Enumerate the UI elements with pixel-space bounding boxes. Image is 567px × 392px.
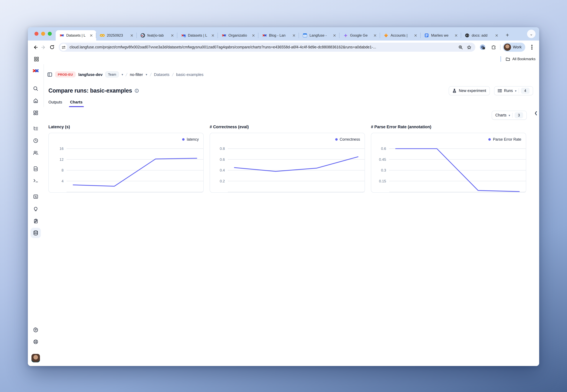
parse-error-plot: 0.150.30.450.6 bbox=[371, 133, 526, 192]
legend-label: latency bbox=[187, 137, 199, 141]
tab-close-icon[interactable]: ✕ bbox=[291, 33, 297, 38]
minimize-window-button[interactable] bbox=[41, 32, 45, 36]
apps-grid-icon[interactable] bbox=[32, 55, 41, 63]
all-bookmarks-button[interactable]: All Bookmarks bbox=[501, 56, 536, 62]
site-settings-icon[interactable] bbox=[60, 43, 67, 51]
tab-close-icon[interactable]: ✕ bbox=[413, 33, 418, 38]
charts-count-badge: 3 bbox=[515, 112, 523, 118]
search-icon[interactable] bbox=[33, 86, 38, 91]
tab-strip: Datasets | L ✕ 20250923 ✕ feat(io-tab ✕ … bbox=[28, 27, 539, 41]
user-avatar[interactable] bbox=[31, 354, 40, 362]
bookmarks-bar: All Bookmarks bbox=[28, 54, 539, 64]
tab-close-icon[interactable]: ✕ bbox=[332, 33, 337, 38]
accounts-icon bbox=[384, 33, 388, 38]
tab-close-icon[interactable]: ✕ bbox=[251, 33, 256, 38]
correctness-legend: Correctness bbox=[335, 137, 360, 141]
support-lifebuoy-icon[interactable] bbox=[33, 339, 38, 344]
tab-close-icon[interactable]: ✕ bbox=[89, 33, 94, 38]
tab-title: Google Ge bbox=[350, 33, 370, 38]
new-tab-button[interactable]: + bbox=[503, 31, 511, 39]
tab-title: Marlies we bbox=[431, 33, 452, 38]
toolbar-divider bbox=[500, 44, 500, 50]
profile-name: Work bbox=[513, 45, 522, 49]
back-button[interactable] bbox=[31, 43, 39, 51]
runs-label: Runs bbox=[504, 89, 513, 93]
svg-text:0.4: 0.4 bbox=[220, 168, 225, 172]
tab-outputs[interactable]: Outputs bbox=[48, 100, 62, 107]
project-chevron-icon[interactable]: ▾ bbox=[146, 73, 147, 76]
browser-tab[interactable]: 6 Langfuse - ✕ bbox=[299, 30, 340, 41]
charts-selector-button[interactable]: Charts ▾ 3 bbox=[492, 111, 527, 120]
breadcrumb-dataset-name[interactable]: basic-examples bbox=[176, 72, 203, 77]
browser-tab[interactable]: Organizatio ✕ bbox=[218, 30, 258, 41]
extensions-puzzle-icon[interactable] bbox=[489, 43, 498, 51]
collapse-panel-chevron-icon[interactable]: ❮ bbox=[534, 111, 538, 115]
datasets-database-icon[interactable] bbox=[30, 228, 41, 238]
zoom-icon[interactable] bbox=[457, 44, 464, 51]
tab-search-chevron-icon[interactable]: ⌄ bbox=[527, 30, 536, 38]
sessions-clock-icon[interactable] bbox=[33, 138, 38, 143]
org-chevron-icon[interactable]: ▾ bbox=[122, 73, 123, 76]
close-window-button[interactable] bbox=[34, 32, 38, 36]
browser-tab[interactable]: Marlies we ✕ bbox=[421, 30, 461, 41]
dashboard-icon[interactable] bbox=[33, 110, 38, 115]
profile-chip[interactable]: Work bbox=[503, 43, 525, 52]
gcal-icon: 6 bbox=[303, 33, 307, 38]
project-name[interactable]: no-filter bbox=[130, 72, 143, 77]
browser-tab[interactable]: Google Ge ✕ bbox=[340, 30, 380, 41]
tab-title: Langfuse - bbox=[310, 33, 330, 38]
langfuse-logo[interactable] bbox=[32, 69, 39, 74]
legend-label: Parse Error Rate bbox=[493, 137, 521, 141]
browser-tab[interactable]: feat(io-tab ✕ bbox=[137, 30, 177, 41]
org-plan-badge: Team bbox=[105, 71, 119, 77]
prompts-file-icon[interactable] bbox=[33, 166, 38, 171]
tab-close-icon[interactable]: ✕ bbox=[129, 33, 134, 38]
tab-title: Accounts | bbox=[391, 33, 411, 38]
tab-close-icon[interactable]: ✕ bbox=[210, 33, 215, 38]
tracing-icon[interactable] bbox=[33, 126, 38, 131]
bookmark-star-icon[interactable] bbox=[466, 44, 472, 51]
tab-close-icon[interactable]: ✕ bbox=[494, 33, 499, 38]
evaluation-percent-icon[interactable] bbox=[33, 194, 38, 199]
password-manager-icon[interactable] bbox=[478, 43, 487, 51]
parse-error-chart: 0.150.30.450.6 Parse Error Rate bbox=[371, 133, 526, 193]
breadcrumb-datasets-link[interactable]: Datasets bbox=[154, 72, 170, 77]
judge-lightbulb-icon[interactable] bbox=[33, 206, 38, 211]
fullscreen-window-button[interactable] bbox=[48, 32, 52, 36]
browser-tab[interactable]: 20250923 ✕ bbox=[96, 30, 137, 41]
reload-button[interactable] bbox=[48, 43, 56, 51]
new-experiment-button[interactable]: New experiment bbox=[449, 86, 490, 95]
address-bar[interactable]: cloud.langfuse.com/project/cmfwgv8fx002o… bbox=[59, 43, 475, 52]
svg-text:0.45: 0.45 bbox=[379, 157, 386, 162]
url-text[interactable]: cloud.langfuse.com/project/cmfwgv8fx002o… bbox=[70, 45, 455, 49]
annotation-clipboard-icon[interactable] bbox=[33, 219, 38, 224]
tab-close-icon[interactable]: ✕ bbox=[170, 33, 175, 38]
svg-text:16: 16 bbox=[59, 147, 64, 151]
chart-title-parse-error: # Parse Error Rate (annotation) bbox=[371, 125, 431, 129]
browser-tab[interactable]: Blog - Lan ✕ bbox=[258, 30, 299, 41]
page-header: Compare runs: basic-examples New experim… bbox=[43, 84, 539, 98]
browser-tab[interactable]: docs: add ✕ bbox=[461, 30, 502, 41]
info-icon[interactable] bbox=[135, 89, 139, 93]
tab-charts[interactable]: Charts bbox=[70, 100, 83, 107]
tab-close-icon[interactable]: ✕ bbox=[454, 33, 459, 38]
browser-menu-icon[interactable] bbox=[528, 43, 536, 51]
runs-selector-button[interactable]: Runs ▾ 4 bbox=[494, 86, 533, 95]
chart-title-correctness: # Correctness (eval) bbox=[210, 125, 249, 129]
home-icon[interactable] bbox=[33, 98, 38, 103]
playground-terminal-icon[interactable] bbox=[33, 178, 38, 183]
org-name[interactable]: langfuse-dev bbox=[78, 72, 103, 77]
forward-button[interactable] bbox=[39, 43, 48, 51]
tab-close-icon[interactable]: ✕ bbox=[372, 33, 378, 38]
settings-gear-icon[interactable] bbox=[33, 327, 38, 332]
browser-tab[interactable]: Accounts | ✕ bbox=[380, 30, 421, 41]
browser-tab[interactable]: Datasets | L ✕ bbox=[177, 30, 218, 41]
tab-title: Datasets | L bbox=[66, 33, 86, 38]
latency-chart: 481216 latency bbox=[48, 133, 204, 193]
browser-tab[interactable]: Datasets | L ✕ bbox=[56, 30, 96, 41]
users-icon[interactable] bbox=[33, 150, 38, 155]
sidebar-toggle-icon[interactable] bbox=[47, 72, 52, 77]
window-controls[interactable] bbox=[34, 32, 52, 36]
correctness-plot: 0.20.40.60.8 bbox=[210, 133, 365, 192]
svg-text:0.6: 0.6 bbox=[381, 147, 386, 151]
